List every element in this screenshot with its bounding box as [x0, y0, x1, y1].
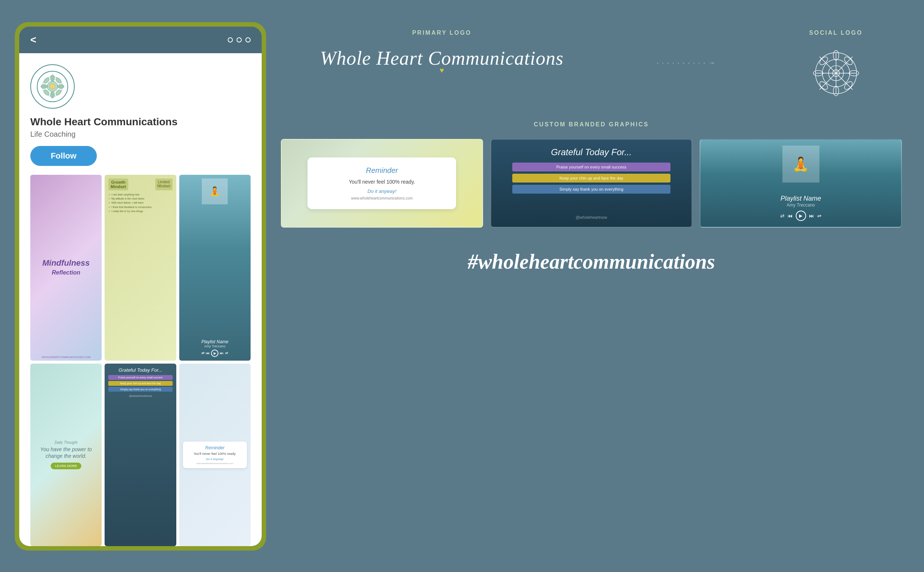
heart-icon: ♥ — [439, 66, 444, 75]
logo-arrow-area: · · · · · · · · · · → — [657, 30, 716, 67]
follow-button[interactable]: Follow — [30, 146, 97, 166]
next-icon[interactable]: ⏭ — [220, 351, 224, 355]
social-mandala-icon — [812, 49, 860, 97]
graphics-grid: Reminder You'll never feel 100% ready. D… — [281, 139, 902, 228]
grateful-bar-lg-3: Simply say thank you on everything — [512, 185, 670, 194]
graphic-card-reminder: Reminder You'll never feel 100% ready. D… — [281, 139, 483, 228]
grateful-bar-1: Praise yourself on every small success — [108, 375, 172, 380]
graphics-section: CUSTOM BRANDED GRAPHICS Reminder You'll … — [266, 121, 916, 228]
grateful-bar-3: Simply say thank you on everything — [108, 387, 172, 392]
repeat-lg-icon[interactable]: ⇌ — [817, 213, 821, 219]
social-logo-display — [810, 47, 862, 99]
dotted-arrow-icon: · · · · · · · · · · → — [657, 59, 716, 67]
yoga-figure-lg-icon: 🧘 — [792, 156, 809, 172]
grid-item-grateful: Grateful Today For... Praise yourself on… — [104, 364, 176, 546]
logos-row: PRIMARY LOGO Whole Heart Communications … — [266, 22, 916, 106]
svg-point-4 — [51, 92, 55, 98]
yoga-figure-icon: 🧘 — [209, 186, 220, 197]
grid-item-growth: GrowthMindset LimitedMindset ✓ I can lea… — [104, 175, 176, 361]
reminder-text-sm: You'll never feel 100% ready. — [187, 452, 243, 456]
shuffle-lg-icon[interactable]: ⇄ — [780, 213, 785, 219]
play-button[interactable]: ▶ — [211, 350, 218, 357]
reminder-url-sm: www.wholeheartcommunications.com — [187, 462, 243, 465]
prev-icon[interactable]: ⏮ — [206, 351, 210, 355]
grid-item-reminder: Reminder You'll never feel 100% ready. D… — [179, 364, 250, 546]
playlist-name-lg: Playlist Name — [781, 195, 821, 202]
profile-logo — [30, 64, 75, 109]
grateful-bar-2: Keep your chin up and face the day — [108, 381, 172, 386]
playlist-image: 🧘 — [202, 179, 228, 204]
social-logo-label: SOCIAL LOGO — [809, 30, 863, 36]
grateful-title-lg: Grateful Today For... — [551, 147, 632, 157]
reminder-text-lg: You'll never feel 100% ready. — [316, 179, 447, 186]
daily-label: Daily Thought — [55, 440, 78, 445]
growth-title: GrowthMindset — [108, 179, 128, 190]
grateful-title-sm: Grateful Today For... — [108, 367, 172, 373]
primary-logo-section: PRIMARY LOGO Whole Heart Communications … — [320, 30, 564, 75]
profile-subtitle: Life Coaching — [30, 130, 250, 138]
content-grid: MindfulnessReflection WHOLEHEARTCOMMUNIC… — [30, 175, 250, 546]
graphics-label: CUSTOM BRANDED GRAPHICS — [281, 121, 902, 128]
playlist-name: Playlist Name — [201, 339, 229, 344]
limited-mindset-title: LimitedMindset — [155, 179, 173, 190]
grateful-bar-lg-1: Praise yourself on every small success — [512, 163, 670, 171]
svg-point-3 — [51, 75, 55, 82]
right-panel: PRIMARY LOGO Whole Heart Communications … — [266, 22, 916, 564]
reminder-cta-sm: Do it anyway! — [187, 457, 243, 461]
daily-text: You have the power to change the world. — [36, 446, 96, 459]
reminder-title-sm: Reminder — [187, 445, 243, 451]
grateful-handle: @wholeheartnow — [108, 394, 172, 398]
reminder-title-lg: Reminder — [316, 166, 447, 175]
playlist-controls: ⇄ ⏮ ▶ ⏭ ⇌ — [201, 350, 228, 357]
mindfulness-url: WHOLEHEARTCOMMUNICATIONS.COM — [41, 356, 90, 358]
grid-item-playlist-1: 🧘 Playlist Name Amy Treccano ⇄ ⏮ ▶ ⏭ ⇌ — [179, 175, 250, 361]
prev-lg-icon[interactable]: ⏮ — [788, 213, 793, 219]
tablet-header: < — [19, 26, 262, 53]
dot-icon-2 — [236, 37, 242, 42]
hashtag-section: #wholeheartcommunications — [266, 246, 916, 277]
dot-icon-1 — [228, 37, 233, 42]
profile-name: Whole Heart Communications — [30, 116, 250, 128]
play-lg-button[interactable]: ▶ — [796, 211, 806, 221]
tablet-screen: < — [19, 26, 262, 546]
profile-mandala-icon — [36, 70, 69, 103]
primary-logo-label: PRIMARY LOGO — [412, 30, 471, 36]
reminder-url-lg: www.wholeheartcommunications.com — [316, 196, 447, 200]
dots-menu — [228, 37, 250, 42]
graphic-card-grateful: Grateful Today For... Praise yourself on… — [490, 139, 693, 228]
repeat-icon[interactable]: ⇌ — [225, 351, 228, 355]
hashtag-text: #wholeheartcommunications — [281, 250, 902, 274]
reminder-card-lg: Reminder You'll never feel 100% ready. D… — [308, 157, 456, 210]
svg-point-5 — [41, 85, 48, 89]
social-logo-section: SOCIAL LOGO — [809, 30, 863, 99]
svg-point-6 — [58, 85, 64, 89]
playlist-controls-lg: ⇄ ⏮ ▶ ⏭ ⇌ — [780, 211, 821, 221]
back-arrow-icon[interactable]: < — [30, 34, 36, 46]
reminder-cta-lg: Do it anyway! — [316, 188, 447, 194]
next-lg-icon[interactable]: ⏭ — [809, 213, 814, 219]
playlist-author-lg: Amy Treccano — [787, 202, 815, 208]
grateful-handle-lg: @wholeheartnow — [576, 215, 607, 219]
graphic-card-playlist: 🧘 Playlist Name Amy Treccano ⇄ ⏮ ▶ ⏭ ⇌ — [700, 139, 902, 228]
shuffle-icon[interactable]: ⇄ — [201, 351, 204, 355]
grateful-bar-lg-2: Keep your chin up and face the day — [512, 174, 670, 183]
svg-point-11 — [50, 84, 55, 89]
dot-icon-3 — [246, 37, 250, 42]
tablet-content: Whole Heart Communications Life Coaching… — [19, 53, 262, 546]
tablet-device: < — [15, 22, 266, 550]
primary-logo-display: Whole Heart Communications ♥ — [320, 47, 564, 75]
playlist-author: Amy Treccano — [204, 344, 226, 348]
reminder-card-sm: Reminder You'll never feel 100% ready. D… — [183, 441, 247, 469]
growth-items: ✓ I can learn anything new ✓ My attitude… — [108, 193, 172, 213]
playlist-card-image: 🧘 — [782, 146, 820, 183]
mindfulness-title: MindfulnessReflection — [42, 259, 89, 277]
grid-item-daily: Daily Thought You have the power to chan… — [30, 364, 102, 546]
learn-more-button[interactable]: LEARN MORE — [51, 463, 82, 469]
grid-item-mindfulness: MindfulnessReflection WHOLEHEARTCOMMUNIC… — [30, 175, 102, 361]
